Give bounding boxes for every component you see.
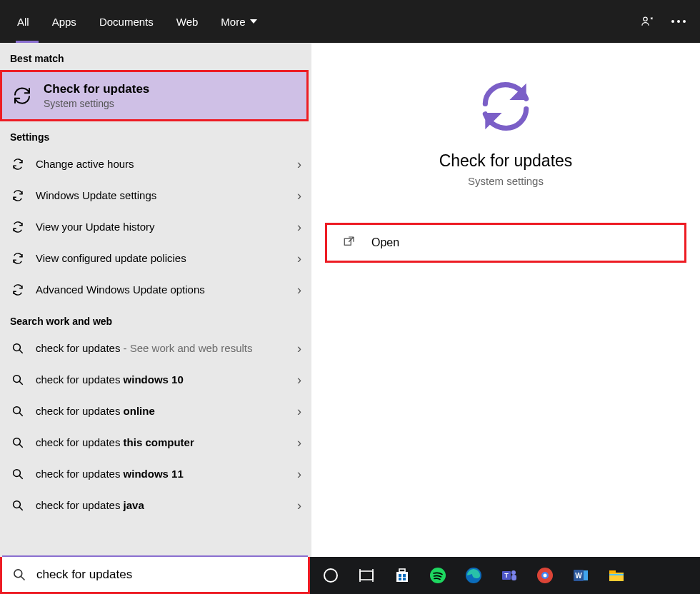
web-item-see-results[interactable]: check for updates - See work and web res… (0, 333, 311, 364)
taskbar-explorer-icon[interactable] (601, 560, 631, 590)
chevron-right-icon: › (297, 436, 301, 450)
tab-more[interactable]: More (209, 0, 268, 43)
refresh-icon (10, 282, 26, 298)
detail-subtitle: System settings (468, 175, 544, 187)
refresh-icon (10, 156, 26, 172)
svg-line-17 (21, 576, 25, 580)
search-icon (10, 435, 26, 450)
svg-point-18 (324, 569, 337, 582)
search-input[interactable] (36, 568, 298, 582)
svg-line-8 (19, 444, 23, 448)
section-label-best-match: Best match (0, 43, 311, 70)
settings-item-label: Change active hours (26, 157, 297, 171)
web-item-label: check for updates java (26, 498, 297, 513)
web-item-java[interactable]: check for updates java › (0, 490, 311, 521)
svg-rect-26 (399, 578, 401, 580)
chevron-right-icon: › (297, 467, 301, 482)
search-box[interactable] (0, 557, 310, 594)
tab-documents[interactable]: Documents (88, 0, 165, 43)
web-item-windows-10[interactable]: check for updates windows 10 › (0, 364, 311, 396)
chevron-right-icon: › (297, 373, 301, 388)
refresh-icon (475, 76, 536, 140)
svg-point-32 (511, 570, 516, 575)
settings-item-label: View configured update policies (26, 251, 297, 266)
svg-text:W: W (575, 572, 582, 580)
tab-web[interactable]: Web (165, 0, 210, 43)
tab-apps[interactable]: Apps (41, 0, 88, 43)
detail-title: Check for updates (439, 151, 573, 171)
chevron-right-icon: › (297, 404, 301, 419)
web-item-this-computer[interactable]: check for updates this computer › (0, 427, 311, 458)
section-label-search-work-web: Search work and web (0, 306, 311, 333)
settings-item-advanced-update-options[interactable]: Advanced Windows Update options › (0, 274, 311, 306)
taskbar-word-icon[interactable]: W (566, 560, 596, 590)
svg-line-6 (19, 413, 23, 416)
svg-point-5 (14, 407, 21, 414)
search-icon (10, 372, 26, 388)
open-button[interactable]: Open (325, 223, 686, 263)
search-icon (10, 403, 26, 419)
best-match-result[interactable]: Check for updates System settings (0, 70, 309, 121)
svg-line-2 (19, 350, 23, 353)
web-item-label: check for updates windows 11 (26, 467, 297, 481)
chevron-right-icon: › (297, 341, 301, 356)
chevron-right-icon: › (297, 188, 301, 203)
taskbar: T W (310, 557, 700, 594)
web-item-online[interactable]: check for updates online › (0, 396, 311, 427)
section-label-settings: Settings (0, 121, 311, 148)
svg-rect-41 (609, 570, 616, 573)
chevron-down-icon (250, 19, 257, 24)
search-filter-tabs: All Apps Documents Web More (0, 0, 700, 43)
taskbar-spotify-icon[interactable] (423, 560, 453, 590)
settings-item-label: Windows Update settings (26, 188, 297, 203)
svg-rect-24 (399, 574, 401, 577)
svg-point-36 (544, 574, 547, 578)
open-label: Open (356, 236, 399, 249)
taskbar-store-icon[interactable] (387, 560, 417, 590)
taskbar-cortana-icon[interactable] (316, 560, 346, 590)
svg-point-9 (14, 470, 21, 477)
web-item-label: check for updates - See work and web res… (26, 341, 297, 356)
search-results-panel: Best match Check for updates System sett… (0, 43, 700, 557)
svg-line-4 (19, 381, 23, 385)
settings-item-update-policies[interactable]: View configured update policies › (0, 243, 311, 274)
chevron-right-icon: › (297, 220, 301, 235)
open-external-icon (343, 235, 356, 251)
svg-rect-27 (403, 578, 406, 580)
svg-point-11 (14, 501, 21, 508)
chevron-right-icon: › (297, 283, 301, 298)
svg-rect-40 (609, 573, 624, 581)
feedback-icon[interactable] (631, 6, 663, 37)
settings-item-label: View your Update history (26, 220, 297, 234)
settings-item-update-history[interactable]: View your Update history › (0, 211, 311, 243)
search-icon (10, 341, 26, 356)
web-item-label: check for updates windows 10 (26, 373, 297, 387)
svg-point-16 (14, 569, 22, 577)
more-options-icon[interactable] (663, 6, 694, 37)
web-item-label: check for updates this computer (26, 436, 297, 450)
refresh-icon (10, 188, 26, 203)
svg-text:T: T (504, 572, 509, 579)
svg-point-3 (14, 376, 21, 383)
results-list: Best match Check for updates System sett… (0, 43, 311, 557)
taskbar-edge-icon[interactable] (459, 560, 489, 590)
search-icon (10, 498, 26, 513)
search-icon (10, 466, 26, 482)
web-item-windows-11[interactable]: check for updates windows 11 › (0, 458, 311, 490)
settings-item-windows-update-settings[interactable]: Windows Update settings › (0, 180, 311, 211)
chevron-right-icon: › (297, 498, 301, 513)
svg-rect-33 (511, 575, 516, 580)
taskbar-teams-icon[interactable]: T (494, 560, 524, 590)
taskbar-taskview-icon[interactable] (351, 560, 381, 590)
svg-rect-25 (403, 574, 406, 577)
svg-rect-19 (360, 571, 373, 580)
refresh-icon (9, 83, 35, 109)
best-match-title: Check for updates (44, 82, 149, 96)
result-detail-pane: Check for updates System settings Open (311, 43, 700, 557)
taskbar-chrome-icon[interactable] (530, 560, 560, 590)
tab-all[interactable]: All (6, 0, 41, 43)
svg-rect-42 (609, 574, 624, 575)
bottom-bar: T W (0, 557, 700, 594)
settings-item-change-active-hours[interactable]: Change active hours › (0, 148, 311, 180)
svg-point-1 (14, 344, 21, 351)
